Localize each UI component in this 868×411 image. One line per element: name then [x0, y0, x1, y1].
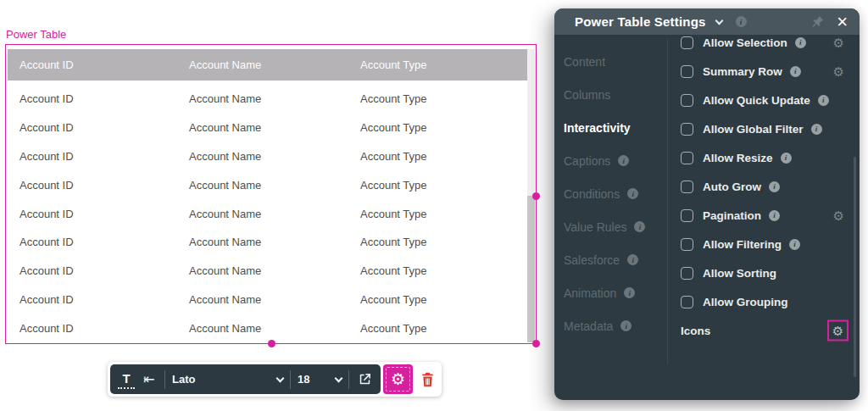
gear-icon[interactable]: ⚙ [833, 65, 844, 78]
info-icon[interactable]: i [618, 155, 629, 166]
nav-item-label: Salesforce [564, 253, 620, 267]
nav-item-columns[interactable]: Columns [554, 78, 667, 111]
settings-button[interactable]: ⚙ [383, 364, 413, 394]
table-row[interactable]: Account IDAccount NameAccount Type [8, 285, 528, 314]
table-row[interactable]: Account IDAccount NameAccount Type [8, 199, 528, 228]
setting-row-allow-resize: Allow Resizei [681, 143, 849, 172]
nav-item-metadata[interactable]: Metadatai [554, 309, 667, 342]
toolbar-divider [164, 370, 165, 389]
chevron-down-icon [335, 374, 343, 382]
power-table[interactable]: Account IDAccount NameAccount Type Accou… [8, 49, 528, 342]
info-icon[interactable]: i [627, 188, 638, 199]
nav-item-captions[interactable]: Captionsi [554, 144, 667, 177]
nav-item-content[interactable]: Content [554, 45, 667, 78]
checkbox-allow-filtering[interactable] [681, 238, 693, 251]
delete-button[interactable] [415, 364, 439, 394]
font-family-select[interactable]: Lato [172, 364, 283, 394]
table-header-row: Account IDAccount NameAccount Type [8, 49, 528, 81]
checkbox-pagination[interactable] [681, 209, 693, 222]
info-icon[interactable]: i [781, 153, 792, 164]
table-cell: Account ID [8, 150, 177, 163]
checkbox-auto-grow[interactable] [681, 181, 693, 193]
info-icon[interactable]: i [627, 254, 638, 265]
pin-icon[interactable] [810, 14, 825, 29]
panel-settings-list: Allow Selectioni⚙Summary Rowi⚙Allow Quic… [681, 28, 849, 345]
info-icon[interactable]: i [789, 239, 800, 250]
nav-item-value-rules[interactable]: Value Rulesi [554, 210, 667, 243]
setting-row-auto-grow: Auto Growi [681, 172, 849, 201]
open-external-icon[interactable] [356, 370, 373, 389]
nav-item-interactivity[interactable]: Interactivity [554, 111, 667, 144]
text-style-icon[interactable]: T [118, 370, 135, 389]
resize-handle-right[interactable] [532, 192, 540, 200]
table-row[interactable]: Account IDAccount NameAccount Type [8, 142, 528, 171]
table-row[interactable]: Account IDAccount NameAccount Type [8, 314, 528, 342]
nav-item-conditions[interactable]: Conditionsi [554, 177, 667, 210]
info-icon[interactable]: i [795, 37, 806, 48]
table-cell: Account Name [177, 322, 348, 335]
gear-highlight-box[interactable]: ⚙ [827, 320, 849, 342]
gear-icon: ⚙ [391, 371, 405, 387]
info-icon[interactable]: i [769, 210, 780, 221]
table-row[interactable]: Account IDAccount NameAccount Type [8, 228, 528, 257]
setting-row-icons: Icons⚙ [681, 316, 849, 345]
info-icon[interactable]: i [811, 124, 822, 135]
settings-panel: Power Table Settings i × ContentColumnsI… [554, 8, 860, 400]
table-row[interactable]: Account IDAccount NameAccount Type [8, 257, 528, 286]
setting-label: Allow Grouping [703, 296, 788, 308]
table-cell: Account Name [177, 92, 348, 105]
info-icon[interactable]: i [634, 221, 645, 232]
table-cell: Account Name [177, 179, 348, 192]
info-icon[interactable]: i [736, 16, 747, 27]
checkbox-allow-resize[interactable] [681, 152, 693, 164]
gear-icon: ⚙ [832, 325, 843, 337]
panel-scrollbar-thumb[interactable] [854, 157, 856, 377]
setting-label: Allow Selection [703, 36, 787, 49]
info-icon[interactable]: i [620, 320, 632, 331]
table-cell: Account ID [8, 264, 177, 277]
checkbox-allow-global-filter[interactable] [681, 123, 693, 136]
checkbox-allow-selection[interactable] [681, 36, 693, 49]
chevron-down-icon [276, 374, 285, 382]
setting-row-summary-row: Summary Rowi⚙ [681, 57, 849, 86]
checkbox-allow-sorting[interactable] [681, 267, 693, 280]
table-row[interactable]: Account IDAccount NameAccount Type [8, 170, 528, 199]
table-row[interactable]: Account IDAccount NameAccount Type [8, 114, 528, 142]
table-scrollbar-thumb[interactable] [527, 196, 535, 342]
table-row[interactable]: Account IDAccount NameAccount Type [8, 85, 528, 114]
resize-handle-bottom-right[interactable] [532, 340, 540, 347]
setting-label: Allow Filtering [703, 238, 782, 251]
checkbox-summary-row[interactable] [681, 65, 693, 78]
info-icon[interactable]: i [624, 287, 635, 298]
gear-icon[interactable]: ⚙ [833, 209, 844, 222]
checkbox-allow-grouping[interactable] [681, 296, 693, 308]
checkbox-allow-quick-update[interactable] [681, 94, 693, 107]
nav-item-label: Value Rules [564, 220, 626, 234]
nav-item-label: Captions [564, 154, 610, 168]
info-icon[interactable]: i [818, 95, 829, 106]
nav-item-animation[interactable]: Animationi [554, 276, 667, 309]
element-label: Power Table [6, 28, 66, 41]
table-header-cell: Account Type [348, 58, 528, 71]
panel-divider [667, 38, 668, 364]
gear-icon[interactable]: ⚙ [833, 36, 844, 49]
align-to-bar-icon[interactable]: ⇤ [141, 370, 158, 389]
table-cell: Account ID [8, 179, 177, 192]
resize-handle-bottom[interactable] [268, 340, 275, 347]
nav-item-salesforce[interactable]: Salesforcei [554, 243, 667, 276]
setting-label: Allow Sorting [703, 267, 776, 280]
font-size-select[interactable]: 18 [298, 364, 342, 394]
selection-box[interactable]: Account IDAccount NameAccount Type Accou… [5, 44, 537, 344]
chevron-down-icon[interactable] [715, 16, 723, 25]
info-icon[interactable]: i [769, 181, 780, 192]
close-icon[interactable]: × [837, 13, 848, 31]
setting-row-allow-filtering: Allow Filteringi [681, 230, 849, 258]
table-cell: Account Name [177, 208, 348, 220]
nav-item-label: Columns [564, 88, 610, 102]
trash-icon [420, 372, 435, 387]
element-toolbar: T ⇤ Lato 18 ⚙ [108, 362, 442, 397]
table-cell: Account ID [8, 208, 177, 220]
font-family-value: Lato [172, 373, 195, 386]
setting-row-allow-quick-update: Allow Quick Updatei [681, 86, 849, 114]
info-icon[interactable]: i [790, 66, 801, 77]
